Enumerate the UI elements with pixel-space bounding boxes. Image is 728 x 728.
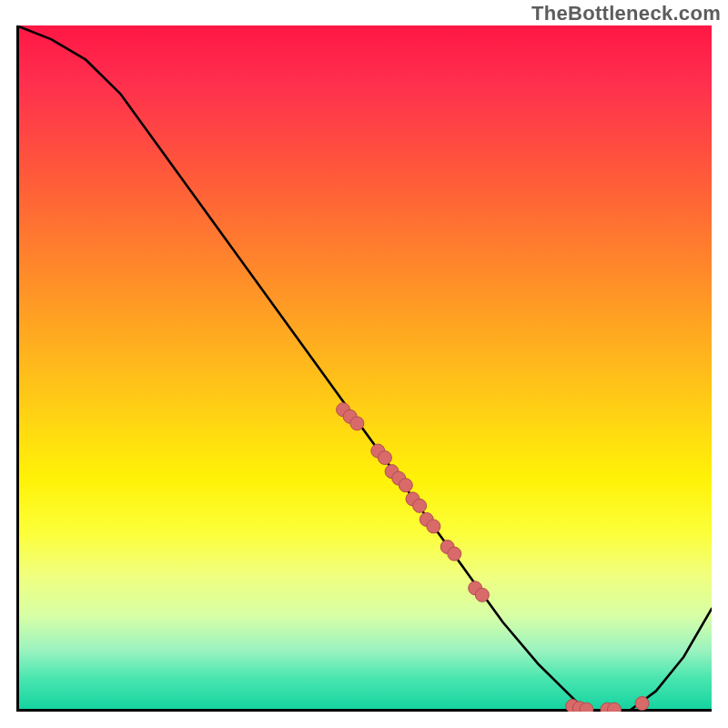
plot-area [16,25,712,712]
gradient-background [16,25,712,712]
watermark-label: TheBottleneck.com [531,2,721,25]
